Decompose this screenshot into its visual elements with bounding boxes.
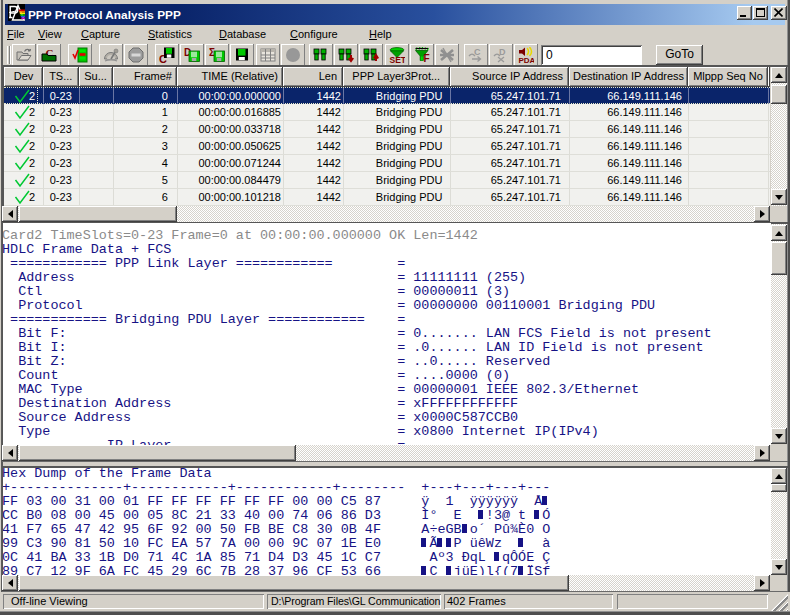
svg-text:PDA: PDA — [519, 56, 535, 64]
svg-text:F: F — [424, 53, 430, 64]
svg-text:SET: SET — [390, 55, 406, 63]
